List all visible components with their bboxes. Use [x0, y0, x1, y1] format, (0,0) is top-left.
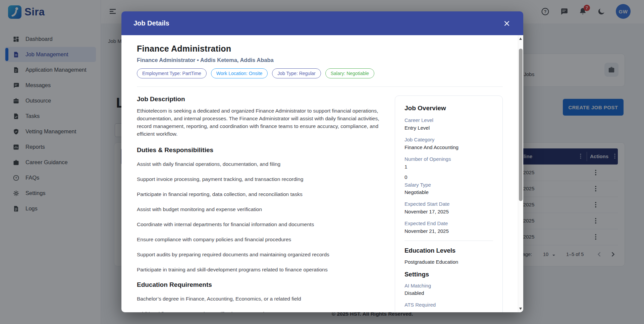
field-label: Expected Start Date [405, 201, 493, 207]
field-label: Number of Openings [405, 156, 493, 162]
duty-item: Ensure compliance with company policies … [137, 236, 383, 243]
job-description-column: Job Description Ethiotelecom is seeking … [137, 95, 383, 312]
job-overview-card: Job Overview Career Level Entry Level Jo… [395, 95, 503, 312]
job-details-modal: Job Details Finance Administration Finan… [121, 11, 523, 312]
setting-field: ATS Required [405, 302, 493, 308]
overview-field: Salary Type Negotiable [405, 182, 493, 195]
modal-scrollbar[interactable] [518, 35, 523, 312]
modal-header: Job Details [121, 11, 523, 35]
divider [405, 241, 493, 241]
divider [137, 86, 503, 87]
employment-type-chip: Employment Type: PartTime [137, 68, 207, 78]
education-item: Additional finance or accounting certifi… [137, 310, 383, 312]
modal-body: Finance Administration Finance Administr… [121, 35, 523, 312]
field-label: Career Level [405, 117, 493, 123]
overview-field: Job Category Finance And Accounting [405, 137, 493, 150]
scroll-down-icon[interactable] [519, 308, 522, 310]
settings-heading: Settings [405, 271, 493, 278]
field-value: Finance And Accounting [405, 144, 493, 150]
overview-field: 0 [405, 174, 493, 180]
job-type-chip: Job Type: Regular [272, 68, 321, 78]
modal-content: Finance Administration Finance Administr… [121, 35, 518, 312]
field-value: 1 [405, 164, 493, 170]
overview-field: Expected End Date November 21, 2025 [405, 220, 493, 234]
duty-item: Support invoice processing, payment trac… [137, 176, 383, 183]
section-heading: Duties & Responsibilities [137, 146, 383, 154]
field-value: November 17, 2025 [405, 209, 493, 214]
field-label: ATS Required [405, 302, 493, 308]
education-item: Bachelor’s degree in Finance, Accounting… [137, 295, 383, 303]
work-location-chip: Work Location: Onsite [211, 68, 268, 78]
section-heading: Education Requirements [137, 281, 383, 288]
education-levels-heading: Education Levels [405, 247, 493, 254]
overview-field: Expected Start Date November 17, 2025 [405, 201, 493, 214]
field-value: Negotiable [405, 189, 493, 195]
education-level-value: Postgraduate Education [405, 259, 493, 265]
duty-item: Assist with daily financial operations, … [137, 160, 383, 168]
scroll-up-icon[interactable] [519, 38, 522, 40]
duty-item: Participate in training and skill-develo… [137, 266, 383, 273]
overview-field: Career Level Entry Level [405, 117, 493, 131]
field-label: Salary Type [405, 182, 493, 188]
field-value: Entry Level [405, 125, 493, 131]
setting-field: AI Matching Disabled [405, 283, 493, 296]
scrollbar-thumb[interactable] [519, 49, 523, 201]
field-value: Disabled [405, 290, 493, 296]
field-label: Expected End Date [405, 220, 493, 226]
field-value: November 21, 2025 [405, 228, 493, 234]
close-icon[interactable] [502, 19, 511, 28]
duty-item: Participate in financial reporting, data… [137, 191, 383, 198]
duty-item: Support audits by preparing required doc… [137, 251, 383, 258]
salary-chip: Salary: Negotiable [325, 68, 374, 78]
duty-item: Assist with budget monitoring and expens… [137, 206, 383, 213]
job-title: Finance Administration [137, 44, 503, 54]
duty-item: Coordinate with internal departments for… [137, 221, 383, 228]
field-label: Job Category [405, 137, 493, 143]
job-subtitle: Finance Administrator • Addis Ketema, Ad… [137, 57, 503, 63]
overview-heading: Job Overview [405, 105, 493, 112]
section-heading: Job Description [137, 95, 383, 103]
job-description-text: Ethiotelecom is seeking a dedicated and … [137, 107, 383, 138]
field-label: AI Matching [405, 283, 493, 288]
overview-field: Number of Openings 1 [405, 156, 493, 170]
modal-title: Job Details [133, 19, 169, 27]
job-tags: Employment Type: PartTime Work Location:… [137, 68, 503, 78]
